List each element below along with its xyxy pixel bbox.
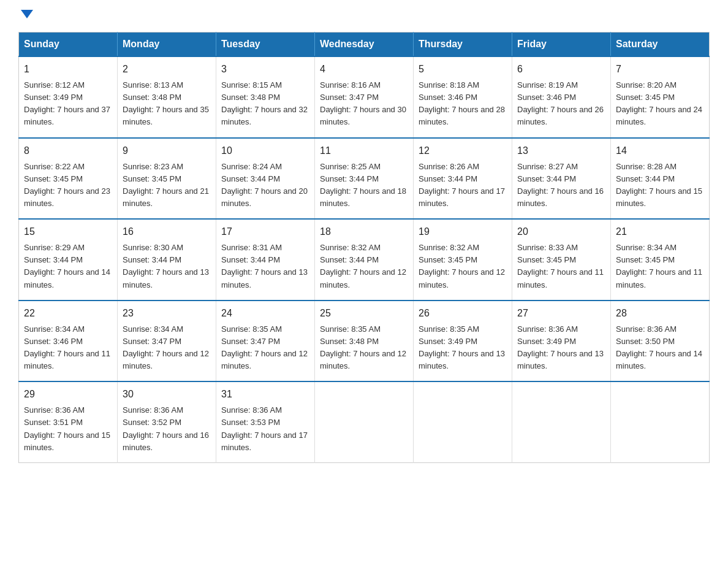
calendar-cell: 30Sunrise: 8:36 AMSunset: 3:52 PMDayligh…: [118, 381, 216, 462]
calendar-cell: 5Sunrise: 8:18 AMSunset: 3:46 PMDaylight…: [414, 56, 512, 138]
day-info: Sunrise: 8:13 AMSunset: 3:48 PMDaylight:…: [123, 80, 209, 126]
day-number: 1: [24, 62, 112, 77]
day-number: 29: [24, 387, 112, 402]
calendar-cell: 4Sunrise: 8:16 AMSunset: 3:47 PMDaylight…: [315, 56, 414, 138]
calendar-cell: 18Sunrise: 8:32 AMSunset: 3:44 PMDayligh…: [315, 219, 414, 301]
day-number: 11: [320, 144, 408, 158]
header-wednesday: Wednesday: [315, 33, 414, 57]
day-info: Sunrise: 8:35 AMSunset: 3:47 PMDaylight:…: [221, 324, 308, 370]
day-info: Sunrise: 8:25 AMSunset: 3:44 PMDaylight:…: [320, 162, 406, 208]
day-number: 10: [221, 144, 309, 158]
day-number: 17: [221, 224, 309, 239]
calendar-cell: 13Sunrise: 8:27 AMSunset: 3:44 PMDayligh…: [512, 138, 611, 220]
day-number: 21: [616, 224, 704, 239]
calendar-cell: 1Sunrise: 8:12 AMSunset: 3:49 PMDaylight…: [19, 56, 118, 138]
calendar-cell: 31Sunrise: 8:36 AMSunset: 3:53 PMDayligh…: [216, 381, 315, 462]
day-info: Sunrise: 8:26 AMSunset: 3:44 PMDaylight:…: [419, 162, 505, 208]
day-number: 15: [24, 224, 112, 239]
calendar-cell: 23Sunrise: 8:34 AMSunset: 3:47 PMDayligh…: [118, 301, 216, 382]
calendar-cell: 20Sunrise: 8:33 AMSunset: 3:45 PMDayligh…: [512, 219, 611, 301]
day-info: Sunrise: 8:18 AMSunset: 3:46 PMDaylight:…: [419, 80, 505, 126]
calendar-cell: [611, 381, 710, 462]
week-row-1: 1Sunrise: 8:12 AMSunset: 3:49 PMDaylight…: [19, 56, 710, 138]
calendar-cell: [414, 381, 512, 462]
calendar-cell: 12Sunrise: 8:26 AMSunset: 3:44 PMDayligh…: [414, 138, 512, 220]
calendar-cell: 17Sunrise: 8:31 AMSunset: 3:44 PMDayligh…: [216, 219, 315, 301]
calendar-table: SundayMondayTuesdayWednesdayThursdayFrid…: [18, 32, 710, 463]
header-sunday: Sunday: [19, 33, 118, 57]
calendar-cell: 28Sunrise: 8:36 AMSunset: 3:50 PMDayligh…: [611, 301, 710, 382]
calendar-cell: 10Sunrise: 8:24 AMSunset: 3:44 PMDayligh…: [216, 138, 315, 220]
day-number: 16: [123, 224, 211, 239]
calendar-cell: 6Sunrise: 8:19 AMSunset: 3:46 PMDaylight…: [512, 56, 611, 138]
day-info: Sunrise: 8:20 AMSunset: 3:45 PMDaylight:…: [616, 80, 702, 126]
day-info: Sunrise: 8:27 AMSunset: 3:44 PMDaylight:…: [517, 162, 604, 208]
page-header: [18, 12, 710, 21]
day-number: 30: [123, 387, 211, 402]
day-number: 24: [221, 306, 309, 321]
day-info: Sunrise: 8:24 AMSunset: 3:44 PMDaylight:…: [221, 162, 308, 208]
day-number: 5: [419, 62, 507, 77]
calendar-cell: 9Sunrise: 8:23 AMSunset: 3:45 PMDaylight…: [118, 138, 216, 220]
calendar-cell: 7Sunrise: 8:20 AMSunset: 3:45 PMDaylight…: [611, 56, 710, 138]
header-saturday: Saturday: [611, 33, 710, 57]
day-info: Sunrise: 8:15 AMSunset: 3:48 PMDaylight:…: [221, 80, 308, 126]
day-number: 14: [616, 144, 704, 158]
calendar-cell: 22Sunrise: 8:34 AMSunset: 3:46 PMDayligh…: [19, 301, 118, 382]
day-info: Sunrise: 8:33 AMSunset: 3:45 PMDaylight:…: [517, 243, 604, 289]
day-number: 13: [517, 144, 605, 158]
calendar-cell: 8Sunrise: 8:22 AMSunset: 3:45 PMDaylight…: [19, 138, 118, 220]
week-row-4: 22Sunrise: 8:34 AMSunset: 3:46 PMDayligh…: [19, 301, 710, 382]
day-info: Sunrise: 8:36 AMSunset: 3:52 PMDaylight:…: [123, 405, 209, 451]
day-number: 3: [221, 62, 309, 77]
day-info: Sunrise: 8:22 AMSunset: 3:45 PMDaylight:…: [24, 162, 110, 208]
week-row-3: 15Sunrise: 8:29 AMSunset: 3:44 PMDayligh…: [19, 219, 710, 301]
day-info: Sunrise: 8:28 AMSunset: 3:44 PMDaylight:…: [616, 162, 702, 208]
day-number: 6: [517, 62, 605, 77]
calendar-cell: 25Sunrise: 8:35 AMSunset: 3:48 PMDayligh…: [315, 301, 414, 382]
day-info: Sunrise: 8:32 AMSunset: 3:44 PMDaylight:…: [320, 243, 406, 289]
calendar-cell: 15Sunrise: 8:29 AMSunset: 3:44 PMDayligh…: [19, 219, 118, 301]
day-number: 26: [419, 306, 507, 321]
calendar-cell: 19Sunrise: 8:32 AMSunset: 3:45 PMDayligh…: [414, 219, 512, 301]
logo-triangle-icon: [21, 10, 33, 18]
day-info: Sunrise: 8:36 AMSunset: 3:51 PMDaylight:…: [24, 405, 110, 451]
calendar-cell: [315, 381, 414, 462]
calendar-cell: 27Sunrise: 8:36 AMSunset: 3:49 PMDayligh…: [512, 301, 611, 382]
day-info: Sunrise: 8:19 AMSunset: 3:46 PMDaylight:…: [517, 80, 604, 126]
day-info: Sunrise: 8:29 AMSunset: 3:44 PMDaylight:…: [24, 243, 110, 289]
day-info: Sunrise: 8:34 AMSunset: 3:45 PMDaylight:…: [616, 243, 702, 289]
calendar-cell: 14Sunrise: 8:28 AMSunset: 3:44 PMDayligh…: [611, 138, 710, 220]
day-info: Sunrise: 8:35 AMSunset: 3:49 PMDaylight:…: [419, 324, 505, 370]
day-number: 8: [24, 144, 112, 158]
week-row-2: 8Sunrise: 8:22 AMSunset: 3:45 PMDaylight…: [19, 138, 710, 220]
week-row-5: 29Sunrise: 8:36 AMSunset: 3:51 PMDayligh…: [19, 381, 710, 462]
calendar-cell: 3Sunrise: 8:15 AMSunset: 3:48 PMDaylight…: [216, 56, 315, 138]
calendar-cell: [512, 381, 611, 462]
day-number: 9: [123, 144, 211, 158]
day-info: Sunrise: 8:12 AMSunset: 3:49 PMDaylight:…: [24, 80, 110, 126]
calendar-cell: 2Sunrise: 8:13 AMSunset: 3:48 PMDaylight…: [118, 56, 216, 138]
day-info: Sunrise: 8:16 AMSunset: 3:47 PMDaylight:…: [320, 80, 406, 126]
day-number: 2: [123, 62, 211, 77]
day-number: 27: [517, 306, 605, 321]
day-number: 4: [320, 62, 408, 77]
header-thursday: Thursday: [414, 33, 512, 57]
day-info: Sunrise: 8:36 AMSunset: 3:53 PMDaylight:…: [221, 405, 308, 451]
header-friday: Friday: [512, 33, 611, 57]
day-info: Sunrise: 8:36 AMSunset: 3:49 PMDaylight:…: [517, 324, 604, 370]
calendar-cell: 11Sunrise: 8:25 AMSunset: 3:44 PMDayligh…: [315, 138, 414, 220]
day-number: 23: [123, 306, 211, 321]
day-info: Sunrise: 8:32 AMSunset: 3:45 PMDaylight:…: [419, 243, 505, 289]
day-info: Sunrise: 8:34 AMSunset: 3:46 PMDaylight:…: [24, 324, 110, 370]
day-info: Sunrise: 8:23 AMSunset: 3:45 PMDaylight:…: [123, 162, 209, 208]
calendar-cell: 21Sunrise: 8:34 AMSunset: 3:45 PMDayligh…: [611, 219, 710, 301]
day-info: Sunrise: 8:30 AMSunset: 3:44 PMDaylight:…: [123, 243, 209, 289]
calendar-cell: 29Sunrise: 8:36 AMSunset: 3:51 PMDayligh…: [19, 381, 118, 462]
day-number: 25: [320, 306, 408, 321]
calendar-cell: 26Sunrise: 8:35 AMSunset: 3:49 PMDayligh…: [414, 301, 512, 382]
day-number: 12: [419, 144, 507, 158]
day-info: Sunrise: 8:31 AMSunset: 3:44 PMDaylight:…: [221, 243, 308, 289]
calendar-header-row: SundayMondayTuesdayWednesdayThursdayFrid…: [19, 33, 710, 57]
calendar-cell: 24Sunrise: 8:35 AMSunset: 3:47 PMDayligh…: [216, 301, 315, 382]
